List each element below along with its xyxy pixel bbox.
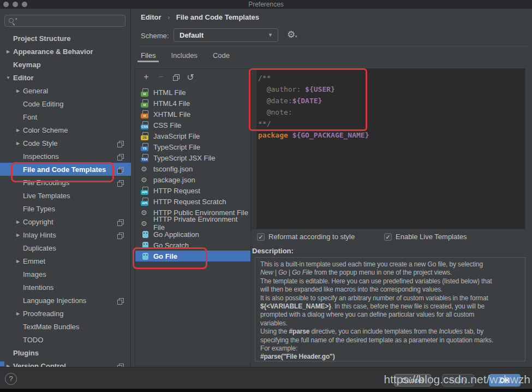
sidebar-item-color-scheme[interactable]: ▶Color Scheme	[0, 123, 131, 136]
template-tabs: FilesIncludesCode	[138, 49, 242, 62]
template-item-typescript-jsx-file[interactable]: TSXTypeScript JSX File	[135, 152, 250, 163]
sidebar-item-intentions[interactable]: Intentions	[0, 281, 131, 294]
sidebar-item-general[interactable]: ▶General	[0, 84, 131, 97]
template-item-http-request[interactable]: APIHTTP Request	[135, 185, 250, 196]
description-line: Using the #parse directive, you can incl…	[260, 328, 520, 336]
tab-includes[interactable]: Includes	[168, 49, 200, 62]
chevron-right-icon[interactable]: ▶	[13, 88, 23, 93]
per-project-icon	[117, 153, 123, 162]
template-item-go-scratch[interactable]: Go Scratch	[135, 240, 250, 251]
tab-code[interactable]: Code	[210, 49, 233, 62]
sidebar-item-emmet[interactable]: ▶Emmet	[0, 254, 131, 268]
sidebar-item-file-and-code-templates[interactable]: File and Code Templates	[0, 163, 131, 176]
sidebar-item-copyright[interactable]: ▶Copyright	[0, 215, 131, 228]
remove-icon[interactable]: −	[157, 72, 165, 82]
editor-code: /** @author: ${USER} @date:${DATE} @note…	[258, 72, 369, 141]
sidebar-item-todo[interactable]: TODO	[0, 333, 131, 346]
per-project-icon	[117, 167, 123, 175]
preferences-window: Preferences ▾ Project Structure▶Appearan…	[0, 0, 532, 392]
per-project-glyph	[117, 233, 123, 239]
template-item-http-private-environment-file[interactable]: ⚙HTTP Private Environment File	[135, 218, 250, 229]
template-item-label: Go Application	[153, 230, 199, 239]
code-token: package	[258, 131, 292, 139]
chevron-right-icon[interactable]: ▶	[3, 49, 13, 54]
sidebar-item-label: Emmet	[23, 257, 45, 265]
template-item-css-file[interactable]: CSSCSS File	[135, 120, 250, 130]
template-item-tsconfig-json[interactable]: ⚙tsconfig.json	[135, 163, 250, 174]
file-badge: TS	[141, 146, 148, 151]
sidebar-item-project-structure[interactable]: Project Structure	[0, 32, 131, 45]
template-item-http-request-scratch[interactable]: APIHTTP Request Scratch	[135, 196, 250, 207]
watermark: https://blog.csdn.net/wzbwzh	[384, 373, 530, 386]
breadcrumb-separator-icon: ›	[168, 14, 170, 21]
chevron-right-icon[interactable]: ▶	[13, 259, 23, 264]
css-file-icon: CSS	[141, 121, 150, 129]
scheme-gear-icon[interactable]: ⚙	[287, 29, 295, 40]
breadcrumb-editor[interactable]: Editor	[141, 13, 162, 21]
template-item-go-file[interactable]: Go File	[135, 251, 250, 262]
code-token: ${GO_PACKAGE_NAME}	[292, 131, 369, 139]
chevron-right-icon[interactable]: ▶	[13, 141, 23, 146]
chevron-right-icon[interactable]: ▶	[13, 219, 23, 224]
template-item-label: HTML File	[153, 88, 186, 97]
tab-files[interactable]: Files	[138, 49, 159, 62]
template-item-html-file[interactable]: HHTML File	[135, 87, 250, 98]
scrolled-selection-remnant	[0, 361, 4, 366]
html-file-icon: H	[141, 88, 150, 97]
scheme-select[interactable]: Default ▼	[174, 28, 278, 42]
sidebar-item-duplicates[interactable]: Duplicates	[0, 241, 131, 254]
sidebar-item-label: Editor	[13, 74, 34, 82]
sidebar-item-label: Project Structure	[13, 34, 70, 43]
template-item-xhtml-file[interactable]: HXHTML File	[135, 109, 250, 120]
search-options-caret-icon[interactable]: ▾	[15, 17, 17, 21]
sidebar-item-file-types[interactable]: File Types	[0, 202, 131, 215]
sidebar-item-label: Code Style	[23, 139, 58, 147]
sidebar-item-version-control[interactable]: ▶Version Control	[0, 359, 131, 367]
sidebar-item-label: TextMate Bundles	[23, 323, 79, 331]
description-line: specifying the full name of the desired …	[260, 336, 520, 345]
sidebar-item-inspections[interactable]: Inspections	[0, 150, 131, 163]
sidebar-item-editor[interactable]: ▼Editor	[0, 71, 131, 84]
add-icon[interactable]: +	[142, 72, 151, 82]
sidebar-item-label: Code Editing	[23, 100, 63, 108]
copy-template-icon[interactable]	[171, 72, 180, 82]
enable-live-templates-checkbox[interactable]: ✓	[384, 233, 392, 241]
sidebar-item-file-encodings[interactable]: File Encodings	[0, 176, 131, 189]
sidebar-item-live-templates[interactable]: Live Templates	[0, 189, 131, 202]
sidebar-item-appearance-behavior[interactable]: ▶Appearance & Behavior	[0, 45, 131, 58]
sidebar-item-plugins[interactable]: Plugins	[0, 346, 131, 359]
sidebar-item-font[interactable]: Font	[0, 110, 131, 123]
file-badge: CSS	[141, 124, 148, 129]
template-editor[interactable]: /** @author: ${USER} @date:${DATE} @note…	[251, 68, 525, 229]
sidebar-item-textmate-bundles[interactable]: TextMate Bundles	[0, 320, 131, 333]
xhtml-file-icon: H	[141, 110, 150, 118]
code-line: @date:${DATE}	[258, 95, 369, 106]
template-item-typescript-file[interactable]: TSTypeScript File	[135, 141, 250, 152]
settings-search-input[interactable]: ▾	[4, 15, 125, 27]
template-list-panel: +−↺ HHTML FileHHTML4 FileHXHTML FileCSSC…	[135, 68, 251, 366]
title-bar: Preferences	[0, 0, 532, 9]
template-item-html4-file[interactable]: HHTML4 File	[135, 98, 250, 109]
scheme-label: Scheme:	[141, 32, 169, 40]
sidebar-item-proofreading[interactable]: ▶Proofreading	[0, 307, 131, 320]
chevron-right-icon[interactable]: ▶	[13, 233, 23, 237]
template-item-package-json[interactable]: ⚙package.json	[135, 174, 250, 185]
sidebar-item-label: Keymap	[13, 61, 41, 69]
chevron-down-icon[interactable]: ▼	[3, 75, 13, 80]
sidebar-item-language-injections[interactable]: Language Injections	[0, 294, 131, 307]
revert-icon[interactable]: ↺	[186, 72, 195, 82]
template-item-javascript-file[interactable]: JSJavaScript File	[135, 130, 250, 141]
reformat-according-to-style-checkbox[interactable]: ✓	[257, 233, 265, 241]
settings-tree: Project Structure▶Appearance & BehaviorK…	[0, 32, 131, 367]
sidebar-item-label: Live Templates	[23, 192, 70, 200]
sidebar-item-code-style[interactable]: ▶Code Style	[0, 136, 131, 150]
help-icon[interactable]: ?	[5, 373, 17, 385]
chevron-right-icon[interactable]: ▶	[13, 128, 23, 133]
sidebar-item-code-editing[interactable]: Code Editing	[0, 97, 131, 110]
sidebar-item-inlay-hints[interactable]: ▶Inlay Hints	[0, 228, 131, 241]
sidebar-item-images[interactable]: Images	[0, 268, 131, 281]
go-file-icon	[142, 242, 148, 249]
code-line: @author: ${USER}	[258, 84, 369, 95]
sidebar-item-keymap[interactable]: Keymap	[0, 58, 131, 71]
chevron-right-icon[interactable]: ▶	[13, 311, 23, 316]
